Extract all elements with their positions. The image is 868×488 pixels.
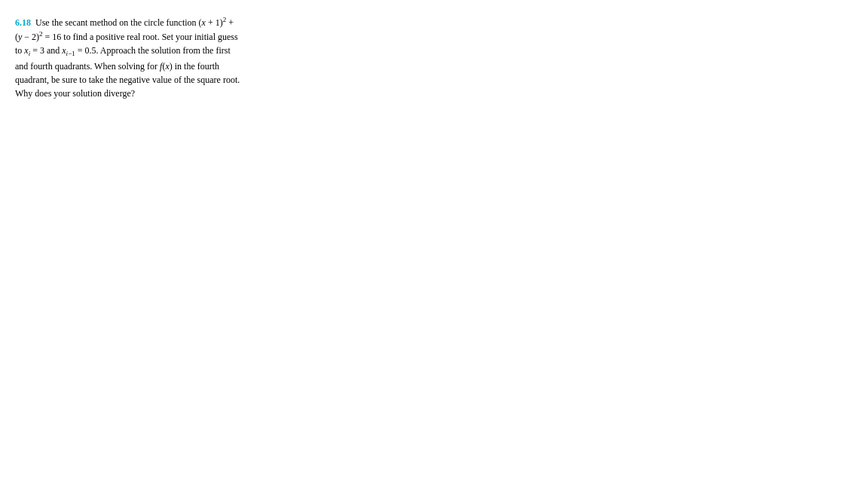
page-content: 6.18 Use the secant method on the circle… (0, 0, 256, 115)
problem-number: 6.18 (15, 17, 31, 28)
problem-block: 6.18 Use the secant method on the circle… (15, 15, 241, 100)
problem-text: Use the secant method on the circle func… (15, 17, 240, 99)
